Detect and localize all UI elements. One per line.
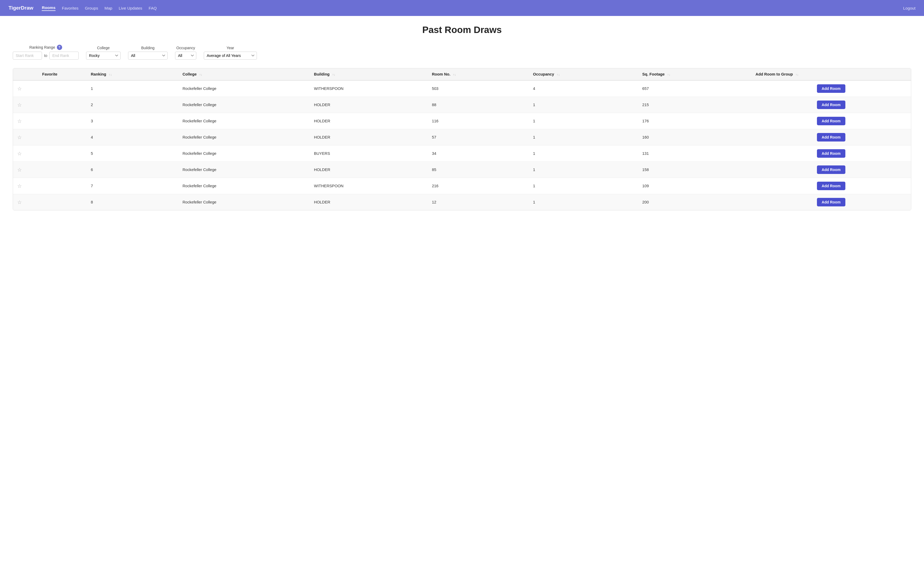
add-room-button[interactable]: Add Room: [817, 149, 845, 158]
table-row: ☆ 8 Rockefeller College HOLDER 12 1 200 …: [13, 194, 911, 211]
year-filter: Year Average of All Years 2023 2022 2021…: [204, 46, 257, 60]
ranking-cell: 8: [87, 194, 178, 211]
favorite-star-button[interactable]: ☆: [17, 199, 22, 205]
building-cell: HOLDER: [310, 129, 428, 146]
occupancy-label: Occupancy: [175, 46, 196, 50]
ranking-cell: 4: [87, 129, 178, 146]
add-room-button[interactable]: Add Room: [817, 117, 845, 125]
occupancy-cell: 1: [529, 129, 638, 146]
occupancy-cell: 4: [529, 80, 638, 97]
col-occupancy: Occupancy ↑↓: [529, 68, 638, 80]
end-rank-input[interactable]: [50, 51, 79, 60]
college-select[interactable]: Rocky Butler Mathey Whitman Forbes First…: [86, 51, 121, 60]
filters-bar: Ranking Range ? to College Rocky Butler …: [13, 45, 911, 60]
occupancy-filter: Occupancy All 1 2 3 4: [175, 46, 196, 60]
college-cell: Rockefeller College: [178, 80, 310, 97]
table-row: ☆ 3 Rockefeller College HOLDER 116 1 176…: [13, 113, 911, 129]
nav-faq[interactable]: FAQ: [148, 5, 156, 11]
range-to-label: to: [44, 53, 47, 58]
nav-live-updates[interactable]: Live Updates: [119, 5, 142, 11]
table-row: ☆ 1 Rockefeller College WITHERSPOON 503 …: [13, 80, 911, 97]
room-no-cell: 85: [428, 162, 529, 178]
add-room-button[interactable]: Add Room: [817, 133, 845, 142]
sq-footage-sort-icon[interactable]: ↑↓: [668, 73, 670, 76]
add-room-cell: Add Room: [752, 113, 911, 129]
favorite-star-button[interactable]: ☆: [17, 167, 22, 173]
add-room-button[interactable]: Add Room: [817, 84, 845, 93]
favorite-cell: ☆: [13, 194, 87, 211]
nav-groups[interactable]: Groups: [85, 5, 98, 11]
building-cell: HOLDER: [310, 162, 428, 178]
occupancy-cell: 1: [529, 146, 638, 162]
nav-map[interactable]: Map: [104, 5, 112, 11]
room-no-cell: 503: [428, 80, 529, 97]
nav-favorites[interactable]: Favorites: [62, 5, 78, 11]
college-cell: Rockefeller College: [178, 113, 310, 129]
add-room-button[interactable]: Add Room: [817, 198, 845, 206]
sq-footage-cell: 158: [638, 162, 752, 178]
sq-footage-cell: 215: [638, 97, 752, 113]
room-no-sort-icon[interactable]: ↑↓: [453, 73, 456, 76]
occupancy-select[interactable]: All 1 2 3 4: [175, 51, 196, 60]
table-row: ☆ 5 Rockefeller College BUYERS 34 1 131 …: [13, 146, 911, 162]
logout-button[interactable]: Logout: [903, 6, 915, 11]
ranking-range-label: Ranking Range: [29, 45, 55, 50]
college-cell: Rockefeller College: [178, 194, 310, 211]
sq-footage-cell: 176: [638, 113, 752, 129]
favorite-star-button[interactable]: ☆: [17, 151, 22, 157]
building-label: Building: [128, 46, 168, 50]
ranking-cell: 5: [87, 146, 178, 162]
building-cell: HOLDER: [310, 194, 428, 211]
help-icon[interactable]: ?: [57, 45, 62, 50]
favorite-cell: ☆: [13, 113, 87, 129]
col-ranking: Ranking ↑↓: [87, 68, 178, 80]
college-sort-icon[interactable]: ↑↓: [199, 73, 202, 76]
nav-links: Rooms Favorites Groups Map Live Updates …: [42, 5, 903, 11]
room-no-cell: 34: [428, 146, 529, 162]
sq-footage-cell: 160: [638, 129, 752, 146]
room-no-cell: 12: [428, 194, 529, 211]
college-filter: College Rocky Butler Mathey Whitman Forb…: [86, 46, 121, 60]
room-no-cell: 88: [428, 97, 529, 113]
col-room-no: Room No. ↑↓: [428, 68, 529, 80]
occupancy-cell: 1: [529, 178, 638, 194]
occupancy-cell: 1: [529, 162, 638, 178]
ranking-cell: 6: [87, 162, 178, 178]
table-row: ☆ 2 Rockefeller College HOLDER 88 1 215 …: [13, 97, 911, 113]
sq-footage-cell: 200: [638, 194, 752, 211]
sq-footage-cell: 109: [638, 178, 752, 194]
favorite-cell: ☆: [13, 178, 87, 194]
add-room-sort-icon[interactable]: ↑↓: [796, 73, 799, 76]
favorite-star-button[interactable]: ☆: [17, 86, 22, 92]
table-header-row: Favorite Ranking ↑↓ College ↑↓ Building …: [13, 68, 911, 80]
occupancy-cell: 1: [529, 194, 638, 211]
ranking-range-filter: Ranking Range ? to: [13, 45, 79, 60]
building-sort-icon[interactable]: ↑↓: [332, 73, 335, 76]
college-cell: Rockefeller College: [178, 162, 310, 178]
add-room-cell: Add Room: [752, 129, 911, 146]
rank-range-inputs: to: [13, 51, 79, 60]
add-room-cell: Add Room: [752, 178, 911, 194]
occupancy-sort-icon[interactable]: ↑↓: [557, 73, 560, 76]
add-room-button[interactable]: Add Room: [817, 182, 845, 190]
college-cell: Rockefeller College: [178, 146, 310, 162]
sq-footage-cell: 657: [638, 80, 752, 97]
add-room-cell: Add Room: [752, 162, 911, 178]
favorite-cell: ☆: [13, 97, 87, 113]
room-no-cell: 216: [428, 178, 529, 194]
building-select[interactable]: All WITHERSPOON HOLDER BUYERS: [128, 51, 168, 60]
add-room-button[interactable]: Add Room: [817, 166, 845, 174]
favorite-star-button[interactable]: ☆: [17, 118, 22, 124]
favorite-star-button[interactable]: ☆: [17, 134, 22, 140]
college-label: College: [86, 46, 121, 50]
add-room-button[interactable]: Add Room: [817, 101, 845, 109]
favorite-star-button[interactable]: ☆: [17, 102, 22, 108]
ranking-cell: 7: [87, 178, 178, 194]
ranking-sort-icon[interactable]: ↑↓: [109, 73, 112, 76]
year-select[interactable]: Average of All Years 2023 2022 2021 2020: [204, 51, 257, 60]
start-rank-input[interactable]: [13, 51, 42, 60]
nav-rooms[interactable]: Rooms: [42, 5, 55, 11]
year-label: Year: [204, 46, 257, 50]
favorite-star-button[interactable]: ☆: [17, 183, 22, 189]
table-body: ☆ 1 Rockefeller College WITHERSPOON 503 …: [13, 80, 911, 210]
